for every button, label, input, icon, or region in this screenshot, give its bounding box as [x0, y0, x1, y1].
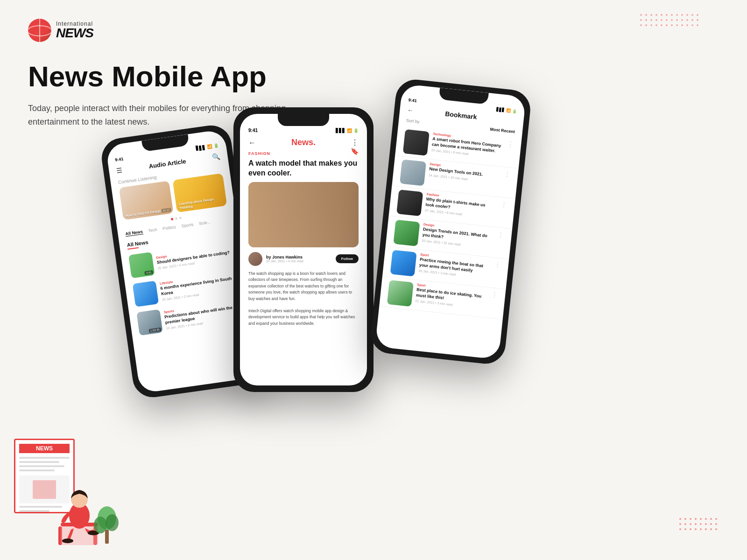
bm-info-6: Sport Best place to do ice skating. You … [415, 283, 486, 310]
dots-decoration-top [640, 14, 700, 28]
bm-more-4[interactable]: ⋮ [495, 230, 505, 238]
phones-container: 9:41 ▋▋▋ 📶 🔋 ☰ Audio Article 🔍 Continue … [93, 37, 654, 527]
progress-dot-3 [179, 217, 182, 219]
mid-wifi-icon: 📶 [347, 128, 352, 133]
follow-button[interactable]: Follow [336, 254, 359, 263]
middle-status-icons: ▋▋▋ 📶 🔋 [336, 128, 359, 133]
audio-card-2[interactable]: Learning about Design Thinking [173, 173, 227, 212]
right-spacer [508, 120, 516, 121]
middle-article-text-2: Intech Digital offers watch shopping mob… [240, 304, 367, 331]
progress-dot-2 [175, 217, 177, 220]
bm-info-1: Technology A smart robot from Hero Compa… [431, 132, 502, 159]
signal-icon: ▋▋▋ [196, 145, 206, 151]
news-thumb-3: 1:03:35 [136, 309, 162, 336]
bm-info-3: Fashion Why do plain t-shirts make us lo… [425, 192, 496, 219]
bm-more-6[interactable]: ⋮ [489, 291, 498, 299]
wifi-icon: 📶 [207, 144, 212, 149]
logo-globe-icon [28, 19, 51, 42]
middle-author-row: by Jones Hawkins 30 Jan, 2021 • 4 min re… [240, 247, 367, 269]
svg-rect-8 [105, 530, 109, 544]
phone-right-screen: 9:41 ▋▋▋ 📶 🔋 ← Bookmark Sort by Most Rec… [375, 84, 526, 360]
header: International NEWS [28, 19, 93, 42]
right-signal-icon: ▋▋▋ [496, 107, 505, 112]
cat-sports[interactable]: Sports [181, 222, 194, 229]
audio-card-1[interactable]: How to Test UX Design 44:12 [119, 181, 174, 220]
cat-science[interactable]: Scie... [198, 220, 211, 226]
author-info: by Jones Hawkins 30 Jan, 2021 • 4 min re… [266, 255, 332, 263]
sort-by-label: Sort by [406, 118, 420, 124]
news-thumb-1: 4:41 [128, 252, 155, 278]
middle-category-tag: FASHION [240, 150, 367, 157]
svg-point-10 [94, 517, 107, 533]
middle-nav: ← News. ⋮ [240, 135, 367, 150]
phone-middle-notch [278, 114, 329, 126]
author-avatar [248, 252, 262, 266]
author-date: 30 Jan, 2021 • 4 min read [266, 259, 332, 263]
bm-thumb-4 [393, 220, 420, 246]
right-status-icons: ▋▋▋ 📶 🔋 [496, 107, 517, 114]
news-info-1: Design Should designers be able to codin… [156, 245, 235, 270]
audio-card-2-text: Learning about Design Thinking [178, 195, 227, 210]
news-info-3: Sports Predictions about who will win th… [163, 300, 243, 330]
bm-more-2[interactable]: ⋮ [502, 170, 511, 178]
audio-card-1-text: How to Test UX Design [126, 209, 162, 218]
bm-thumb-2 [400, 159, 426, 186]
middle-hero-image [248, 182, 359, 247]
right-time: 9:41 [408, 98, 417, 103]
search-icon[interactable]: 🔍 [211, 153, 220, 161]
bm-info-2: Design New Design Tools on 2021. 14 Jan,… [429, 162, 499, 184]
left-time: 9:41 [115, 156, 124, 162]
middle-nav-dot: . [313, 138, 316, 147]
right-battery-icon: 🔋 [512, 109, 517, 113]
svg-point-6 [62, 539, 73, 543]
news-thumb-2 [133, 280, 159, 307]
newspaper-header: NEWS [19, 444, 70, 453]
phone-right: 9:41 ▋▋▋ 📶 🔋 ← Bookmark Sort by Most Rec… [369, 77, 532, 365]
middle-time: 9:41 [248, 128, 258, 133]
middle-nav-title-text: News [291, 138, 313, 147]
hamburger-icon[interactable]: ☰ [116, 166, 123, 175]
logo-news-label: NEWS [56, 27, 93, 40]
phone-middle-screen: 9:41 ▋▋▋ 📶 🔋 ← News. ⋮ FASHION A watch m… [240, 114, 367, 385]
bm-thumb-3 [396, 189, 423, 216]
svg-point-11 [106, 514, 119, 531]
phone-middle: 9:41 ▋▋▋ 📶 🔋 ← News. ⋮ FASHION A watch m… [233, 107, 374, 392]
cat-all-news[interactable]: All News [125, 229, 143, 237]
mid-battery-icon: 🔋 [353, 128, 359, 133]
back-arrow-icon[interactable]: ← [248, 139, 256, 147]
progress-dot-1 [170, 218, 173, 221]
author-name: by Jones Hawkins [266, 255, 332, 259]
bm-info-4: Design Design Trends on 2021. What do yo… [422, 223, 493, 250]
middle-nav-title: News. [291, 138, 316, 147]
news-duration-1: 4:41 [145, 270, 154, 275]
right-wifi-icon: 📶 [506, 108, 511, 113]
bm-info-5: Sport Practice rowing the boat so that y… [418, 253, 489, 280]
bm-more-1[interactable]: ⋮ [505, 140, 514, 148]
bm-more-5[interactable]: ⋮ [492, 260, 501, 269]
battery-icon: 🔋 [213, 143, 219, 148]
mid-signal-icon: ▋▋▋ [336, 128, 345, 133]
illustration: NEWS [14, 448, 107, 551]
bm-thumb-6 [387, 280, 414, 307]
bookmark-icon[interactable]: 🔖 [351, 147, 359, 155]
logo-text: International NEWS [56, 21, 93, 40]
middle-article-text-1: The watch shopping app is a boon for wat… [240, 269, 367, 304]
audio-card-1-duration: 44:12 [161, 208, 171, 213]
news-duration-3: 1:03:35 [149, 328, 162, 333]
sort-value[interactable]: Most Recent [490, 127, 515, 134]
middle-article-title: A watch model that makes you even cooler… [240, 157, 367, 182]
person-figure [33, 457, 126, 551]
cat-politics[interactable]: Politics [162, 224, 176, 231]
bm-more-3[interactable]: ⋮ [499, 200, 508, 209]
cat-tech[interactable]: Tech [148, 227, 157, 234]
bm-thumb-5 [390, 250, 417, 276]
bm-thumb-1 [403, 129, 430, 156]
dots-decoration-bottom [679, 518, 719, 532]
more-options-icon[interactable]: ⋮ [351, 138, 359, 147]
